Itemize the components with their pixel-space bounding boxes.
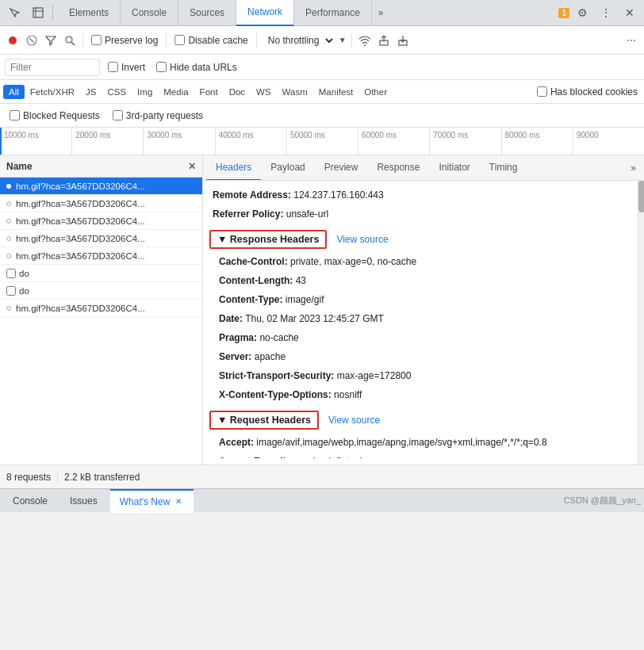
invert-checkbox[interactable]	[108, 62, 118, 72]
has-blocked-cookies-checkbox[interactable]	[537, 86, 547, 97]
tick-5: 50000 ms	[286, 128, 358, 155]
headers-content: Remote Address: 124.237.176.160:443 Refe…	[203, 181, 644, 458]
pointer-icon[interactable]	[3, 2, 25, 24]
preserve-log-checkbox[interactable]	[91, 35, 102, 45]
request-item-2[interactable]: hm.gif?hca=3A567DD3206C4...	[0, 212, 202, 230]
type-filter-row: All Fetch/XHR JS CSS Img Media Font Doc …	[0, 80, 644, 104]
blocked-requests-checkbox[interactable]	[10, 110, 20, 120]
invert-label[interactable]: Invert	[105, 62, 148, 73]
type-btn-doc[interactable]: Doc	[224, 85, 251, 99]
third-party-label[interactable]: 3rd-party requests	[109, 110, 206, 121]
headers-tabs: Headers Payload Preview Response Initiat…	[203, 155, 644, 181]
scrollbar-track	[638, 181, 644, 458]
type-btn-xhr[interactable]: Fetch/XHR	[25, 85, 80, 99]
svg-line-7	[71, 42, 75, 45]
tick-8: 80000 ms	[501, 128, 573, 155]
search-button[interactable]	[62, 32, 78, 48]
bottom-tab-issues[interactable]: Issues	[60, 489, 107, 513]
settings-icon[interactable]: ⚙	[571, 2, 593, 24]
view-source-1[interactable]: View source	[336, 234, 388, 245]
htab-more[interactable]: »	[626, 162, 641, 174]
more-network-options[interactable]: ⋯	[623, 32, 639, 48]
type-btn-other[interactable]: Other	[358, 85, 393, 99]
htab-response[interactable]: Response	[367, 155, 429, 181]
type-btn-img[interactable]: Img	[132, 85, 158, 99]
content-type-line: Content-Type: image/gif	[213, 290, 634, 309]
request-headers-section: ▼ Request Headers View source	[209, 411, 634, 430]
response-headers-toggle[interactable]: ▼ Response Headers	[209, 230, 327, 249]
type-btn-all[interactable]: All	[3, 85, 25, 99]
more-options-icon[interactable]: ⋮	[595, 2, 617, 24]
htab-payload[interactable]: Payload	[261, 155, 314, 181]
toolbar: Preserve log Disable cache No throttling…	[0, 26, 644, 55]
inspect-icon[interactable]	[27, 2, 49, 24]
close-devtools-icon[interactable]: ✕	[619, 2, 641, 24]
type-btn-media[interactable]: Media	[158, 85, 194, 99]
blocked-requests-label[interactable]: Blocked Requests	[6, 110, 103, 121]
watermark: CSDN @颜颜_yan_	[564, 495, 641, 507]
request-item-3[interactable]: hm.gif?hca=3A567DD3206C4...	[0, 230, 202, 247]
htab-timing[interactable]: Timing	[480, 155, 527, 181]
tick-4: 40000 ms	[215, 128, 286, 155]
close-whatsnew-button[interactable]: ✕	[173, 496, 184, 507]
type-btn-manifest[interactable]: Manifest	[313, 85, 358, 99]
record-button[interactable]	[5, 32, 21, 48]
clear-log-button[interactable]	[24, 32, 40, 48]
tab-network[interactable]: Network	[236, 0, 294, 26]
tick-1: 10000 ms	[0, 128, 71, 155]
download-har-icon[interactable]	[395, 32, 411, 48]
accept-line: Accept: image/avif,image/webp,image/apng…	[213, 433, 634, 452]
type-btn-css[interactable]: CSS	[102, 85, 132, 99]
type-btn-font[interactable]: Font	[194, 85, 224, 99]
status-bar: 8 requests 2.2 kB transferred	[0, 465, 644, 488]
tick-2: 20000 ms	[71, 128, 143, 155]
bottom-tab-whatsnew[interactable]: What's New ✕	[110, 489, 194, 513]
wifi-icon[interactable]	[357, 32, 373, 48]
tick-3: 30000 ms	[143, 128, 214, 155]
disable-cache-label[interactable]: Disable cache	[171, 35, 251, 46]
disable-cache-checkbox[interactable]	[174, 35, 185, 45]
request-item-0[interactable]: hm.gif?hca=3A567DD3206C4...	[0, 178, 202, 195]
filter-row: Invert Hide data URLs	[0, 55, 644, 80]
request-checkbox-5[interactable]	[6, 269, 16, 278]
filter-input[interactable]	[5, 59, 100, 76]
tab-elements[interactable]: Elements	[58, 0, 121, 26]
htab-headers[interactable]: Headers	[206, 155, 261, 181]
request-item-1[interactable]: hm.gif?hca=3A567DD3206C4...	[0, 195, 202, 212]
filter-button[interactable]	[43, 32, 59, 48]
type-btn-ws[interactable]: WS	[251, 85, 277, 99]
tab-performance[interactable]: Performance	[294, 0, 372, 26]
type-btn-js[interactable]: JS	[80, 85, 102, 99]
tab-bar: Elements Console Sources Network Perform…	[0, 0, 644, 26]
request-checkbox-6[interactable]	[6, 286, 16, 296]
close-panel-button[interactable]: ✕	[188, 161, 196, 172]
request-headers-toggle[interactable]: ▼ Request Headers	[209, 411, 319, 430]
request-item-5[interactable]: do	[0, 265, 202, 282]
hide-data-urls-checkbox[interactable]	[156, 62, 167, 72]
cache-control-line: Cache-Control: private, max-age=0, no-ca…	[213, 252, 634, 271]
date-line: Date: Thu, 02 Mar 2023 12:45:27 GMT	[213, 309, 634, 328]
third-party-checkbox[interactable]	[113, 110, 123, 120]
bottom-tab-console[interactable]: Console	[3, 489, 57, 513]
request-item-6[interactable]: do	[0, 282, 202, 300]
tab-sources[interactable]: Sources	[178, 0, 236, 26]
xcto-line: X-Content-Type-Options: nosniff	[213, 385, 634, 404]
hide-data-urls-label[interactable]: Hide data URLs	[153, 62, 240, 73]
upload-har-icon[interactable]	[376, 32, 392, 48]
sts-line: Strict-Transport-Security: max-age=17280…	[213, 366, 634, 385]
tick-7: 70000 ms	[429, 128, 500, 155]
type-btn-wasm[interactable]: Wasm	[277, 85, 313, 99]
view-source-2[interactable]: View source	[328, 415, 380, 426]
tab-console[interactable]: Console	[121, 0, 178, 26]
request-list: Name ✕ hm.gif?hca=3A567DD3206C4... hm.gi…	[0, 155, 203, 465]
has-blocked-cookies-label[interactable]: Has blocked cookies	[534, 86, 641, 98]
referrer-policy-line: Referrer Policy: unsafe-url	[213, 205, 634, 224]
htab-initiator[interactable]: Initiator	[429, 155, 479, 181]
preserve-log-label[interactable]: Preserve log	[88, 35, 161, 46]
timeline-area: 10000 ms 20000 ms 30000 ms 40000 ms 5000…	[0, 128, 644, 155]
more-tabs-icon[interactable]: »	[372, 0, 390, 26]
throttle-select[interactable]: No throttling	[262, 32, 335, 48]
htab-preview[interactable]: Preview	[315, 155, 368, 181]
request-item-4[interactable]: hm.gif?hca=3A567DD3206C4...	[0, 247, 202, 265]
request-item-7[interactable]: hm.gif?hca=3A567DD3206C4...	[0, 300, 202, 317]
